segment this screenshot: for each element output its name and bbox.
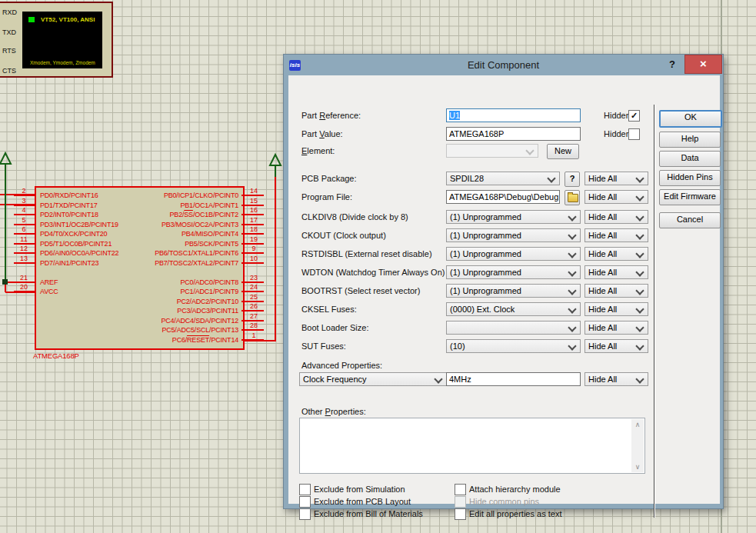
- edit-all-properties-as-text-checkbox[interactable]: [455, 508, 466, 520]
- part-reference-label: Part Reference:: [301, 111, 361, 120]
- pin-stub-9[interactable]: [241, 252, 264, 254]
- chevron-down-icon: [635, 375, 644, 383]
- pin-stub-6[interactable]: [14, 233, 35, 235]
- dialog-title: Edit Component: [284, 55, 723, 75]
- pcb-package-hide-all-select[interactable]: Hide All: [584, 172, 648, 185]
- advanced-hide-all-select[interactable]: Hide All: [584, 372, 648, 386]
- sut-fuses-hide-all-select[interactable]: Hide All: [584, 339, 648, 353]
- scroll-up-icon[interactable]: ∧: [631, 419, 644, 430]
- pin-stub-4[interactable]: [14, 214, 35, 215]
- pin-label-pb6: PB6/TOSC1/XTAL1/PCINT6: [98, 250, 238, 257]
- virtual-terminal[interactable]: VT52, VT100, ANSI Xmodem, Ymodem, Zmodem…: [0, 2, 113, 78]
- exclude-from-simulation-checkbox[interactable]: [299, 484, 311, 495]
- chevron-down-icon: [635, 212, 644, 221]
- power-terminal-icon[interactable]: [0, 152, 12, 170]
- exclude-from-pcb-layout-checkbox[interactable]: [299, 496, 311, 508]
- pin-number-17: 17: [244, 217, 264, 224]
- other-properties-textarea[interactable]: ∧ ∨: [299, 418, 645, 474]
- pin-stub-14[interactable]: [241, 195, 264, 196]
- advanced-property-select[interactable]: Clock Frequency: [299, 372, 447, 386]
- edit-all-properties-as-text-label: Edit all properties as text: [469, 509, 561, 518]
- cksel-fuses-select[interactable]: (0000) Ext. Clock: [446, 302, 581, 316]
- help-button[interactable]: Help: [659, 132, 721, 148]
- boot-loader-size-select[interactable]: [446, 321, 581, 335]
- help-icon[interactable]: ?: [665, 57, 679, 72]
- pin-stub-16[interactable]: [241, 214, 264, 215]
- chevron-down-icon: [568, 341, 576, 350]
- chevron-down-icon: [635, 323, 644, 331]
- scroll-down-icon[interactable]: ∨: [631, 461, 644, 472]
- pin-stub-28[interactable]: [241, 329, 264, 331]
- part-value-hidden-checkbox[interactable]: [628, 128, 640, 140]
- terminal-led: [28, 17, 35, 22]
- clkdiv8-label: CLKDIV8 (Divide clock by 8): [301, 212, 408, 222]
- close-icon[interactable]: ×: [684, 55, 722, 74]
- exclude-from-bill-of-materials-checkbox[interactable]: [299, 508, 311, 520]
- power-terminal-icon[interactable]: [268, 153, 282, 172]
- hide-all-value: Hide All: [588, 305, 617, 314]
- element-select[interactable]: [446, 144, 538, 158]
- sut-fuses-select[interactable]: (10): [446, 339, 581, 353]
- pin-stub-1[interactable]: [241, 339, 264, 341]
- ok-button[interactable]: OK: [659, 110, 722, 128]
- junction-dot: [2, 279, 8, 285]
- terminal-pin-label-txd: TXD: [2, 29, 16, 36]
- new-element-button[interactable]: New: [547, 144, 579, 159]
- pin-stub-24[interactable]: [241, 291, 264, 292]
- pcb-package-help-button[interactable]: ?: [565, 172, 580, 187]
- hidden-pins-button[interactable]: Hidden Pins: [659, 170, 721, 186]
- bootrst-select[interactable]: (1) Unprogrammed: [446, 284, 581, 298]
- cancel-button[interactable]: Cancel: [659, 212, 721, 228]
- boot-loader-size-label: Boot Loader Size:: [301, 323, 368, 332]
- edit-firmware-button[interactable]: Edit Firmware: [659, 189, 721, 205]
- exclude-from-pcb-layout-label: Exclude from PCB Layout: [314, 497, 411, 506]
- hide-all-value: Hide All: [588, 375, 617, 384]
- pin-stub-13[interactable]: [14, 262, 35, 264]
- chevron-down-icon: [635, 192, 644, 201]
- part-value-label: Part Value:: [301, 129, 343, 138]
- rstdisbl-hide-all-select[interactable]: Hide All: [584, 247, 648, 261]
- chevron-down-icon: [568, 286, 576, 295]
- wdton-hide-all-select[interactable]: Hide All: [584, 265, 648, 279]
- sut-fuses-label: SUT Fuses:: [301, 341, 346, 351]
- part-value-input[interactable]: ATMEGA168P: [446, 127, 581, 141]
- browse-program-file-button[interactable]: [565, 190, 580, 205]
- pin-stub-10[interactable]: [241, 262, 264, 264]
- element-label: Element:: [301, 146, 335, 155]
- cksel-fuses-hide-all-select[interactable]: Hide All: [584, 302, 648, 316]
- part-reference-input[interactable]: U1: [446, 108, 581, 122]
- exclude-from-bill-of-materials-label: Exclude from Bill of Materials: [314, 509, 423, 518]
- textarea-scrollbar[interactable]: ∧ ∨: [631, 419, 644, 472]
- hide-all-value: Hide All: [588, 174, 617, 183]
- advanced-property-input[interactable]: 4MHz: [446, 372, 581, 386]
- clkdiv8-select[interactable]: (1) Unprogrammed: [446, 210, 581, 224]
- bootrst-hide-all-select[interactable]: Hide All: [584, 284, 648, 298]
- attach-hierarchy-module-checkbox[interactable]: [455, 484, 466, 495]
- wire-power-left[interactable]: [5, 169, 6, 282]
- pcb-package-value: SPDIL28: [450, 174, 484, 183]
- pin-label-pc6: PC6/RESET/PCINT14: [98, 337, 238, 344]
- program-file-input[interactable]: ATMEGA168P\Debug\Debug.: [446, 190, 560, 204]
- pin-label-pc4: PC4/ADC4/SDA/PCINT12: [98, 318, 238, 325]
- pin-number-11: 11: [14, 236, 34, 243]
- pcb-package-select[interactable]: SPDIL28: [446, 172, 560, 185]
- ckout-select[interactable]: (1) Unprogrammed: [446, 228, 581, 242]
- rstdisbl-select[interactable]: (1) Unprogrammed: [446, 247, 581, 261]
- part-reference-hidden-checkbox[interactable]: ✓: [628, 110, 640, 122]
- wdton-value: (1) Unprogrammed: [450, 268, 521, 277]
- pin-stub-20[interactable]: [14, 291, 35, 292]
- rstdisbl-label: RSTDISBL (External reset disable): [301, 249, 432, 258]
- data-button[interactable]: Data: [659, 151, 721, 167]
- ckout-hide-all-select[interactable]: Hide All: [584, 228, 648, 242]
- clkdiv8-hide-all-select[interactable]: Hide All: [584, 210, 648, 224]
- wire-reset-vertical[interactable]: [275, 177, 276, 341]
- pin-number-2: 2: [14, 188, 34, 195]
- pin-stub-2[interactable]: [14, 195, 35, 196]
- terminal-protocols-text: Xmodem, Ymodem, Zmodem: [30, 60, 95, 65]
- wdton-select[interactable]: (1) Unprogrammed: [446, 265, 581, 279]
- program-file-hide-all-select[interactable]: Hide All: [584, 190, 648, 204]
- pin-stub-12[interactable]: [14, 252, 35, 254]
- boot-loader-size-hide-all-select[interactable]: Hide All: [584, 321, 648, 335]
- pin-stub-26[interactable]: [241, 310, 264, 311]
- pin-stub-18[interactable]: [241, 233, 264, 235]
